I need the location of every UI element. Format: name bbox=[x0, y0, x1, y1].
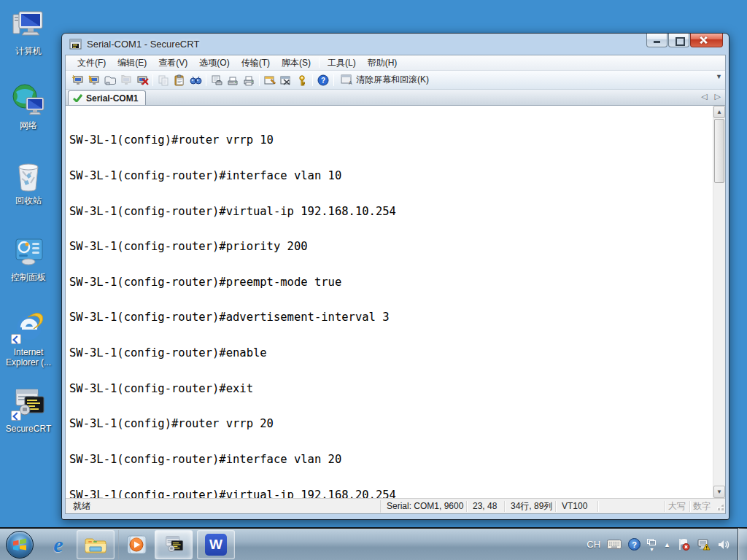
menu-tools[interactable]: 工具(L) bbox=[322, 55, 362, 71]
maximize-button[interactable] bbox=[668, 34, 689, 47]
toolbar-overflow-icon[interactable]: ▼ bbox=[716, 74, 722, 79]
tab-scroll-left-icon[interactable]: ◁ bbox=[701, 92, 707, 101]
scrollbar-track[interactable] bbox=[713, 184, 725, 486]
reconnect-icon[interactable] bbox=[118, 73, 134, 88]
internet-explorer-icon bbox=[10, 308, 47, 345]
terminal-line: SW-3L-1(config-router)#virtual-ip 192.16… bbox=[69, 206, 711, 217]
volume-icon[interactable] bbox=[717, 539, 730, 551]
terminal-output[interactable]: SW-3L-1(config)#router vrrp 10 SW-3L-1(c… bbox=[66, 106, 713, 498]
folder-icon bbox=[84, 535, 107, 554]
system-tray: CH ? ▼ ▲ bbox=[587, 528, 733, 560]
network-status-icon[interactable] bbox=[697, 538, 711, 551]
menu-help[interactable]: 帮助(H) bbox=[362, 55, 403, 71]
recycle-bin-icon bbox=[10, 157, 47, 193]
connect-in-tab-icon[interactable] bbox=[102, 73, 118, 88]
internet-explorer-icon: e bbox=[53, 532, 63, 557]
session-properties-icon[interactable] bbox=[262, 73, 278, 88]
control-panel-icon bbox=[10, 233, 47, 270]
menu-edit[interactable]: 编辑(E) bbox=[112, 55, 152, 71]
taskbar-divider bbox=[118, 530, 119, 559]
copy-icon[interactable] bbox=[155, 73, 171, 88]
keyboard-layout-icon[interactable] bbox=[607, 540, 622, 549]
connected-check-icon bbox=[73, 94, 82, 102]
menu-bar: 文件(F) 编辑(E) 查看(V) 选项(O) 传输(T) 脚本(S) 工具(L… bbox=[66, 55, 725, 71]
computer-icon bbox=[10, 7, 47, 44]
resize-grip[interactable] bbox=[715, 501, 725, 512]
status-bar: 就绪 Serial: COM1, 9600 23, 48 34行, 89列 VT… bbox=[66, 498, 725, 513]
paste-icon[interactable] bbox=[171, 73, 187, 88]
print-setup-icon[interactable] bbox=[225, 73, 241, 88]
taskbar-securecrt[interactable] bbox=[155, 530, 193, 559]
shortcut-arrow-icon bbox=[11, 411, 21, 421]
menu-transfer[interactable]: 传输(T) bbox=[236, 55, 276, 71]
terminal-line: SW-3L-1(config-router)#virtual-ip 192.16… bbox=[69, 489, 711, 499]
securecrt-icon bbox=[163, 534, 185, 556]
terminal-line: SW-3L-1(config-router)#enable bbox=[69, 347, 711, 359]
desktop-icon-internet-explorer[interactable]: Internet Explorer (... bbox=[0, 308, 57, 368]
tab-serial-com1[interactable]: Serial-COM1 bbox=[68, 90, 146, 105]
help-icon[interactable]: ? bbox=[315, 73, 331, 88]
help-tray-icon[interactable]: ? bbox=[628, 538, 640, 551]
desktop-icon-label: 网络 bbox=[0, 120, 57, 131]
find-icon[interactable] bbox=[187, 73, 204, 88]
global-options-icon[interactable] bbox=[278, 73, 294, 88]
menu-options[interactable]: 选项(O) bbox=[193, 55, 235, 71]
terminal-line: SW-3L-1(config)#router vrrp 10 bbox=[69, 134, 711, 146]
desktop-icon-network[interactable]: 网络 bbox=[0, 82, 57, 131]
quick-connect-icon[interactable] bbox=[70, 73, 86, 88]
desktop-icon-control-panel[interactable]: 控制面板 bbox=[0, 233, 57, 282]
taskbar: e bbox=[0, 527, 747, 560]
terminal-line: SW-3L-1(config-router)#exit bbox=[69, 383, 711, 394]
close-button[interactable] bbox=[690, 34, 723, 47]
menu-view[interactable]: 查看(V) bbox=[152, 55, 193, 71]
scroll-up-icon[interactable]: ▲ bbox=[713, 106, 725, 118]
desktop-icon-label: 计算机 bbox=[0, 46, 57, 56]
connect-icon[interactable] bbox=[86, 73, 102, 88]
scrollbar-thumb[interactable] bbox=[714, 119, 724, 183]
desktop-icon-computer[interactable]: 计算机 bbox=[0, 7, 57, 56]
media-player-icon bbox=[125, 534, 147, 556]
tab-scroll-right-icon[interactable]: ▷ bbox=[715, 92, 721, 101]
clear-screen-icon: A bbox=[341, 74, 353, 85]
svg-text:?: ? bbox=[321, 76, 325, 84]
clear-screen-label: 清除屏幕和回滚(K) bbox=[356, 74, 429, 86]
show-hidden-icons-button[interactable]: ▲ bbox=[664, 541, 670, 548]
desktop-icon-label: 控制面板 bbox=[0, 272, 57, 282]
toolbar-divider bbox=[333, 74, 334, 86]
clear-screen-button[interactable]: A 清除屏幕和回滚(K) bbox=[336, 72, 433, 88]
desktop-icon-recycle-bin[interactable]: 回收站 bbox=[0, 157, 57, 206]
status-emulation: VT100 bbox=[556, 501, 598, 512]
network-icon bbox=[10, 82, 47, 118]
app-icon bbox=[69, 39, 82, 50]
show-desktop-button[interactable] bbox=[738, 528, 747, 560]
desktop-icon-label: Internet Explorer (... bbox=[0, 347, 57, 368]
start-button[interactable] bbox=[6, 531, 34, 559]
menu-script[interactable]: 脚本(S) bbox=[276, 55, 317, 71]
taskbar-windows-explorer[interactable] bbox=[77, 530, 115, 559]
menu-file[interactable]: 文件(F) bbox=[71, 55, 112, 71]
terminal-area: SW-3L-1(config)#router vrrp 10 SW-3L-1(c… bbox=[66, 106, 725, 498]
terminal-line: SW-3L-1(config-router)#interface vlan 20 bbox=[69, 454, 711, 465]
key-agent-icon[interactable] bbox=[294, 73, 310, 88]
terminal-line: SW-3L-1(config-router)#interface vlan 10 bbox=[69, 170, 711, 182]
vertical-scrollbar[interactable]: ▲ ▼ bbox=[713, 106, 725, 498]
input-language-indicator[interactable]: CH bbox=[587, 539, 600, 550]
print-preview-icon[interactable] bbox=[209, 73, 225, 88]
action-center-icon[interactable] bbox=[677, 538, 690, 551]
taskbar-media-player[interactable] bbox=[123, 530, 150, 559]
restore-windows-icon[interactable]: ▼ bbox=[647, 539, 657, 551]
minimize-button[interactable] bbox=[646, 34, 667, 47]
disconnect-icon[interactable] bbox=[134, 73, 150, 88]
desktop-icon-label: 回收站 bbox=[0, 195, 57, 206]
toolbar: ? A 清除屏幕和回滚(K) ▼ bbox=[66, 71, 725, 90]
taskbar-wps-writer[interactable]: W bbox=[197, 530, 235, 559]
terminal-line: SW-3L-1(config)#router vrrp 20 bbox=[69, 418, 711, 429]
scroll-down-icon[interactable]: ▼ bbox=[713, 486, 725, 498]
print-icon[interactable] bbox=[241, 73, 257, 88]
desktop-icon-label: SecureCRT bbox=[0, 424, 57, 434]
taskbar-internet-explorer[interactable]: e bbox=[44, 530, 72, 559]
desktop-icon-securecrt[interactable]: SecureCRT bbox=[0, 385, 57, 434]
securecrt-icon bbox=[10, 385, 47, 421]
title-bar[interactable]: Serial-COM1 - SecureCRT bbox=[65, 34, 726, 55]
toolbar-divider bbox=[206, 74, 206, 86]
